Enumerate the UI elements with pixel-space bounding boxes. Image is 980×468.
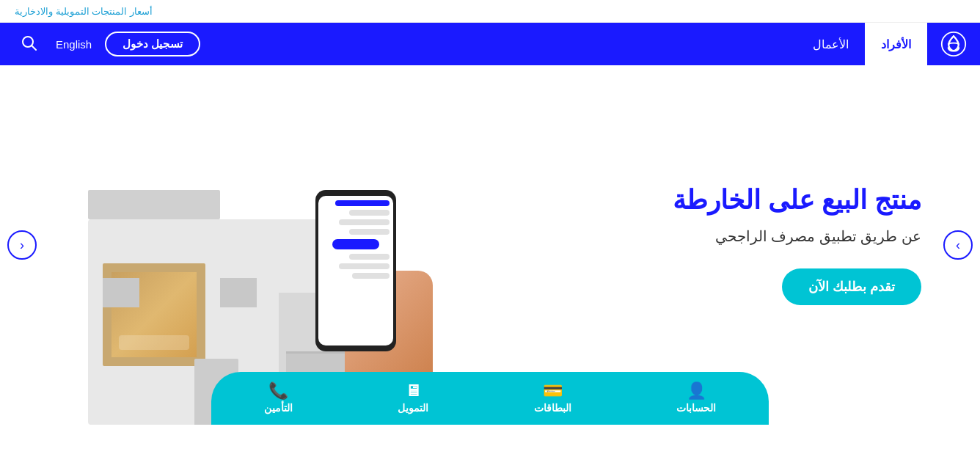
screen-line-6 — [339, 263, 390, 269]
chevron-right-icon: › — [956, 238, 960, 253]
screen-line-5 — [349, 254, 390, 260]
screen-line-2 — [349, 210, 390, 216]
screen-button — [332, 239, 379, 249]
furniture-hint — [119, 335, 189, 350]
svg-line-2 — [32, 45, 36, 50]
screen-line-3 — [339, 219, 390, 225]
screen-line-7 — [352, 273, 390, 279]
search-button[interactable] — [15, 34, 43, 54]
main-navbar: الأفراد الأعمال تسجيل دخول English — [0, 23, 980, 65]
announcement-link[interactable]: أسعار المنتجات التمويلية والادخارية — [15, 6, 153, 17]
login-button[interactable]: تسجيل دخول — [105, 32, 200, 56]
bottom-bar-item-1[interactable]: 💳البطاقات — [512, 383, 593, 414]
small-window-1 — [103, 278, 139, 307]
bottom-bar-item-0[interactable]: 👤الحسابات — [654, 383, 738, 414]
phone-screen — [318, 196, 393, 345]
carousel-next-button[interactable]: › — [943, 230, 973, 260]
hero-section: ‹ — [0, 65, 980, 425]
bottom-bar-item-3[interactable]: 📞التأمين — [242, 383, 315, 414]
phone-screen-content — [318, 196, 393, 287]
bottom-bar-icon-3: 📞 — [268, 383, 288, 399]
logo-button[interactable] — [927, 23, 980, 65]
small-window-2 — [220, 278, 257, 307]
bottom-bar-label-2: التمويل — [398, 402, 428, 414]
bottom-bar-label-3: التأمين — [264, 402, 293, 414]
tab-business[interactable]: الأعمال — [797, 23, 865, 65]
bottom-bar-label-0: الحسابات — [676, 402, 716, 414]
search-icon — [21, 34, 37, 51]
announcement-bar: أسعار المنتجات التمويلية والادخارية — [0, 0, 980, 23]
bottom-bar-item-2[interactable]: 🖥التمويل — [376, 383, 450, 414]
chevron-left-icon: ‹ — [20, 238, 24, 253]
screen-line-4 — [349, 229, 390, 235]
hero-title: منتج البيع على الخارطة — [673, 185, 921, 216]
navbar-right-group: الأفراد الأعمال — [797, 23, 980, 65]
language-switcher[interactable]: English — [48, 38, 99, 51]
bottom-bar-icon-0: 👤 — [687, 383, 706, 399]
bottom-bar-icon-1: 💳 — [543, 383, 563, 399]
bottom-bar-icon-2: 🖥 — [405, 383, 421, 399]
hero-content: منتج البيع على الخارطة عن طريق تطبيق مصر… — [673, 185, 921, 305]
bottom-action-bar: 👤الحسابات💳البطاقات🖥التمويل📞التأمين — [211, 372, 769, 425]
house-overhang — [88, 190, 220, 219]
phone-body — [315, 190, 396, 351]
screen-line-1 — [335, 200, 390, 206]
logo-icon — [940, 31, 967, 57]
tab-individuals[interactable]: الأفراد — [865, 23, 927, 65]
hero-cta-button[interactable]: تقدم بطلبك الآن — [782, 268, 921, 305]
navbar-left-group: تسجيل دخول English — [0, 32, 200, 56]
bottom-bar-label-1: البطاقات — [534, 402, 571, 414]
hero-subtitle: عن طريق تطبيق مصرف الراجحي — [673, 227, 921, 245]
carousel-prev-button[interactable]: ‹ — [7, 230, 37, 260]
